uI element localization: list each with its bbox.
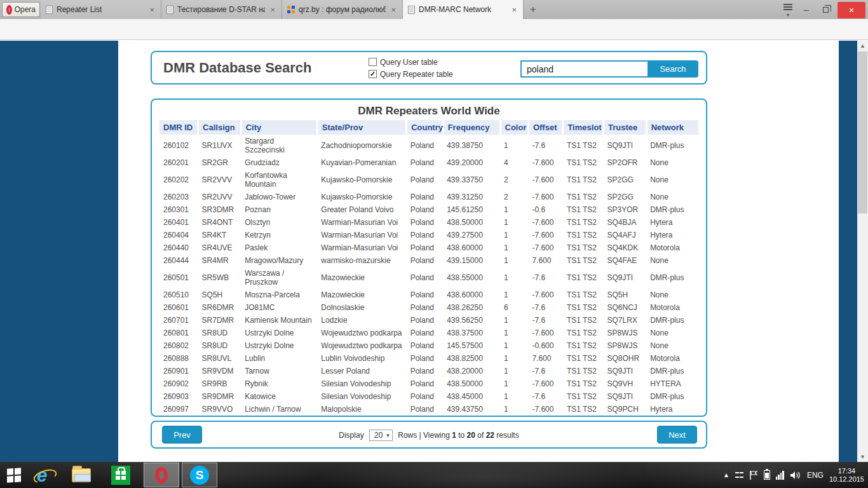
table-cell: Lichwin / Tarnow bbox=[241, 403, 317, 416]
table-cell: -7.6 bbox=[528, 267, 563, 288]
browser-tab[interactable]: Repeater List × bbox=[41, 0, 161, 19]
show-hidden-icons-button[interactable]: ▲ bbox=[723, 471, 729, 478]
table-cell: SR9VVO bbox=[198, 403, 241, 416]
column-header-offset[interactable]: Offset bbox=[528, 120, 563, 135]
column-header-country[interactable]: Country bbox=[407, 120, 444, 135]
table-cell: -7.600 bbox=[528, 288, 563, 301]
tab-title: qrz.by : форум радиолюб bbox=[299, 5, 386, 14]
table-cell: -7.6 bbox=[528, 135, 563, 156]
table-cell: Warmian-Masurian Voi bbox=[317, 216, 406, 229]
table-cell: -7.600 bbox=[528, 377, 563, 390]
table-cell: -0.600 bbox=[528, 339, 563, 352]
query-repeater-table-checkbox[interactable] bbox=[369, 70, 377, 78]
scroll-up-arrow[interactable]: ▲ bbox=[857, 41, 868, 51]
pagination-panel: Prev Display 20 ▾ Rows | Viewing 1 to 20… bbox=[151, 421, 707, 449]
column-header-callsign[interactable]: Callsign bbox=[198, 120, 241, 135]
table-cell: Dolnoslaskie bbox=[317, 301, 406, 314]
table-cell: Kujawsko-Pomorskie bbox=[317, 169, 406, 191]
table-cell: -7.6 bbox=[528, 390, 563, 403]
table-cell: 439.27500 bbox=[443, 229, 500, 241]
battery-icon[interactable] bbox=[764, 470, 770, 480]
new-tab-button[interactable]: + bbox=[524, 0, 543, 19]
restore-icon bbox=[823, 7, 829, 13]
table-cell: Katowice bbox=[241, 390, 317, 403]
table-cell: TS1 TS2 bbox=[563, 390, 604, 403]
action-center-flag-icon[interactable] bbox=[749, 470, 758, 480]
rows-per-page-select[interactable]: 20 ▾ bbox=[369, 430, 393, 441]
search-button[interactable]: Search bbox=[648, 60, 698, 78]
table-cell: 260501 bbox=[159, 267, 198, 288]
skype-taskbar-button[interactable]: S bbox=[182, 463, 217, 487]
opera-menu-button[interactable]: Opera bbox=[2, 2, 40, 17]
column-header-dmr-id[interactable]: DMR ID bbox=[159, 120, 198, 135]
tab-close-icon[interactable]: × bbox=[269, 5, 276, 15]
table-cell: 1 bbox=[500, 352, 528, 365]
table-cell: 260201 bbox=[159, 156, 198, 169]
table-row: 260802SR8UDUstrzyki DolneWojewudztwo pod… bbox=[159, 339, 698, 352]
file-explorer-button[interactable] bbox=[67, 462, 95, 488]
table-cell: None bbox=[646, 191, 698, 203]
table-cell: None bbox=[646, 254, 698, 267]
table-cell: Warmian-Masurian Voi bbox=[317, 241, 406, 254]
table-cell: None bbox=[646, 339, 698, 352]
table-cell: Poland bbox=[407, 156, 444, 169]
query-user-table-checkbox[interactable] bbox=[369, 58, 377, 66]
internet-explorer-button[interactable]: e bbox=[28, 462, 56, 488]
tab-menu-button[interactable]: ▾ bbox=[779, 3, 797, 17]
clock[interactable]: 17:34 10.12.2015 bbox=[829, 467, 864, 484]
query-repeater-table-option[interactable]: Query Repeater table bbox=[369, 68, 453, 80]
column-header-frequency[interactable]: Frequency bbox=[443, 120, 500, 135]
table-row: 260501SR5WBWarszawa / PruszkowMazowiecki… bbox=[159, 267, 698, 288]
column-header-trustee[interactable]: Trustee bbox=[604, 120, 647, 135]
column-header-network[interactable]: Network bbox=[646, 120, 698, 135]
browser-tab[interactable]: Тестирование D-STAR на × bbox=[161, 0, 282, 19]
rows-per-page-value: 20 bbox=[374, 431, 383, 440]
close-window-button[interactable]: × bbox=[837, 2, 865, 18]
column-header-state-prov[interactable]: State/Prov bbox=[317, 120, 406, 135]
table-cell: DMR-plus bbox=[646, 390, 698, 403]
table-cell: 439.33750 bbox=[443, 169, 500, 191]
query-user-table-option[interactable]: Query User table bbox=[369, 56, 453, 68]
scroll-down-arrow[interactable]: ▼ bbox=[857, 452, 868, 462]
table-cell: -7.600 bbox=[528, 169, 563, 191]
column-header-color[interactable]: Color bbox=[500, 120, 528, 135]
table-cell: SQ4FAE bbox=[604, 254, 647, 267]
minimize-button[interactable]: – bbox=[797, 4, 816, 15]
window-controls: ▾ – × bbox=[779, 0, 868, 19]
tray-windows-icon[interactable] bbox=[735, 471, 743, 479]
opera-taskbar-button[interactable] bbox=[144, 463, 179, 487]
restore-button[interactable] bbox=[816, 4, 835, 15]
search-input[interactable] bbox=[520, 60, 648, 78]
language-indicator[interactable]: ENG bbox=[807, 471, 824, 480]
table-row: 260404SR4KTKetrzynWarmian-Masurian VoiPo… bbox=[159, 229, 698, 241]
browser-tab[interactable]: DMR-MARC Network × bbox=[403, 0, 524, 19]
page-scrollbar[interactable]: ▲ ▼ bbox=[857, 41, 868, 462]
table-cell: SR6DMR bbox=[198, 301, 241, 314]
table-cell: 439.15000 bbox=[443, 254, 500, 267]
opera-logo-icon bbox=[6, 5, 12, 15]
network-signal-icon[interactable] bbox=[776, 471, 784, 480]
scrollbar-thumb[interactable] bbox=[858, 51, 867, 214]
table-cell: DMR-plus bbox=[646, 365, 698, 377]
next-page-button[interactable]: Next bbox=[657, 426, 697, 444]
table-cell: None bbox=[646, 156, 698, 169]
table-row: 260444SR4MRMragowo/Mazurywarmisko-mazurs… bbox=[159, 254, 698, 267]
repeater-table-panel: DMR Repeaters World Wide DMR IDCallsignC… bbox=[151, 98, 707, 417]
column-header-city[interactable]: City bbox=[241, 120, 317, 135]
opera-icon bbox=[155, 467, 168, 484]
table-cell: Poland bbox=[407, 288, 444, 301]
browser-tab[interactable]: qrz.by : форум радиолюб × bbox=[282, 0, 403, 19]
table-cell: 260888 bbox=[159, 352, 198, 365]
windows-store-button[interactable] bbox=[107, 462, 135, 488]
start-button[interactable] bbox=[0, 462, 28, 488]
tab-close-icon[interactable]: × bbox=[148, 5, 156, 15]
table-cell: SQ9JTI bbox=[604, 135, 647, 156]
table-cell: 1 bbox=[500, 203, 528, 216]
table-cell: 1 bbox=[500, 365, 528, 377]
volume-icon[interactable] bbox=[790, 470, 801, 480]
table-cell: 260404 bbox=[159, 229, 198, 241]
table-cell: Hytera bbox=[646, 229, 698, 241]
tab-close-icon[interactable]: × bbox=[510, 5, 518, 15]
column-header-timeslot[interactable]: Timeslot bbox=[563, 120, 604, 135]
tab-close-icon[interactable]: × bbox=[390, 5, 397, 15]
